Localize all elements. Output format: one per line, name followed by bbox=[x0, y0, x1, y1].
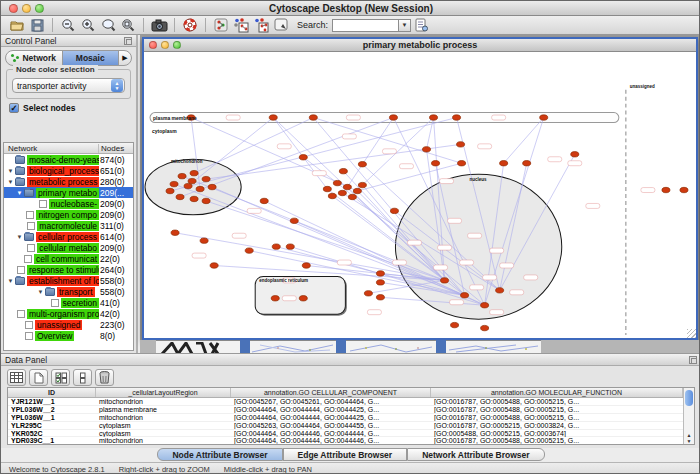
graph-node[interactable] bbox=[457, 142, 465, 147]
tree-row[interactable]: response to stimulu264(0) bbox=[4, 264, 133, 275]
tree-row[interactable]: nucleobase-209(0) bbox=[4, 198, 133, 209]
background-window-edge[interactable] bbox=[436, 340, 446, 353]
window-resize-grip[interactable] bbox=[687, 329, 696, 338]
graph-node[interactable] bbox=[423, 147, 431, 152]
graph-node[interactable] bbox=[348, 194, 356, 199]
graph-node[interactable] bbox=[269, 115, 277, 120]
graph-node[interactable] bbox=[290, 218, 298, 223]
table-row[interactable]: YPL036W__1mitochondrion[GO:0044464, GO:0… bbox=[8, 414, 683, 422]
graph-node[interactable] bbox=[190, 170, 198, 175]
graph-node[interactable] bbox=[171, 230, 179, 235]
graph-node[interactable] bbox=[299, 155, 307, 160]
search-input[interactable] bbox=[332, 19, 398, 32]
search-combobox[interactable]: ▼ bbox=[332, 19, 411, 32]
attribute-table-header[interactable]: ID _cellularLayoutRegion annotation.GO C… bbox=[8, 388, 683, 398]
table-row[interactable]: YDR039C__1mitochondrion[GO:0044464, GO:0… bbox=[8, 437, 683, 444]
node-color-dropdown[interactable]: transporter activity ▲▼ bbox=[12, 78, 125, 93]
select-attributes-icon[interactable] bbox=[51, 369, 70, 386]
graph-node[interactable] bbox=[662, 187, 670, 192]
network-canvas[interactable]: plasma membranecytoplasmmitochondrionnuc… bbox=[144, 52, 696, 338]
background-network-thumbnail[interactable] bbox=[346, 340, 436, 353]
delete-attribute-icon[interactable] bbox=[95, 369, 114, 386]
graph-node[interactable] bbox=[358, 182, 366, 187]
open-file-icon[interactable] bbox=[8, 17, 26, 33]
graph-node[interactable] bbox=[461, 293, 469, 298]
unselect-attributes-icon[interactable] bbox=[73, 369, 92, 386]
edge[interactable] bbox=[313, 118, 461, 164]
attribute-table-icon[interactable] bbox=[7, 369, 26, 386]
column-cellular-component[interactable]: annotation.GO CELLULAR_COMPONENT bbox=[231, 388, 431, 397]
graph-node[interactable] bbox=[453, 115, 461, 120]
search-settings-icon[interactable] bbox=[412, 17, 430, 33]
tree-row[interactable]: cellular metabo209(0) bbox=[4, 242, 133, 253]
layout-icon[interactable] bbox=[232, 17, 250, 33]
graph-node[interactable] bbox=[481, 325, 489, 330]
tab-scroll-right-icon[interactable]: ▶ bbox=[118, 51, 131, 65]
graph-node[interactable] bbox=[184, 183, 192, 188]
tree-row[interactable]: ▼cellular process614(0) bbox=[4, 231, 133, 242]
graph-node[interactable] bbox=[389, 115, 397, 120]
tab-mosaic[interactable]: Mosaic bbox=[62, 51, 119, 65]
expand-arrow-icon[interactable]: ▼ bbox=[15, 234, 24, 240]
expand-arrow-icon[interactable]: ▼ bbox=[6, 278, 15, 284]
tree-row[interactable]: ▼establishment of lo558(0) bbox=[4, 275, 133, 286]
vizmapper-icon[interactable] bbox=[252, 17, 270, 33]
tree-row[interactable]: ▼transport558(0) bbox=[4, 286, 133, 297]
edge[interactable] bbox=[273, 118, 327, 190]
column-id[interactable]: ID bbox=[8, 388, 96, 397]
zoom-selected-icon[interactable] bbox=[99, 17, 117, 33]
tree-row[interactable]: mosaic-demo-yeast874(0) bbox=[4, 154, 133, 165]
graph-node[interactable] bbox=[481, 303, 489, 308]
graph-node[interactable] bbox=[210, 263, 218, 268]
zoom-out-icon[interactable] bbox=[59, 17, 77, 33]
tab-node-attribute-browser[interactable]: Node Attribute Browser bbox=[157, 448, 282, 461]
graph-node[interactable] bbox=[170, 181, 178, 186]
snapshot-camera-icon[interactable] bbox=[150, 17, 168, 33]
graph-node[interactable] bbox=[376, 271, 384, 276]
network-tree-header[interactable]: Network Nodes bbox=[4, 143, 133, 154]
expand-arrow-icon[interactable]: ▼ bbox=[36, 289, 45, 295]
column-molecular-function[interactable]: annotation.GO MOLECULAR_FUNCTION bbox=[431, 388, 683, 397]
graph-node[interactable] bbox=[196, 186, 204, 191]
tree-row[interactable]: ▼metabolic process280(0) bbox=[4, 176, 133, 187]
expand-arrow-icon[interactable]: ▼ bbox=[6, 168, 15, 174]
table-scrollbar[interactable]: ▲▼ bbox=[683, 388, 694, 444]
new-attribute-icon[interactable] bbox=[29, 369, 48, 386]
graph-node[interactable] bbox=[188, 178, 196, 183]
edge[interactable] bbox=[504, 118, 544, 164]
table-row[interactable]: YLR295Ccytoplasm[GO:0045263, GO:0044464,… bbox=[8, 422, 683, 430]
graph-node[interactable] bbox=[328, 193, 336, 198]
mitochondrion-region[interactable] bbox=[145, 159, 241, 215]
graph-node[interactable] bbox=[333, 180, 341, 185]
graph-node[interactable] bbox=[272, 244, 280, 249]
graph-node[interactable] bbox=[302, 263, 310, 268]
graph-node[interactable] bbox=[376, 295, 384, 300]
graph-node[interactable] bbox=[202, 176, 210, 181]
graph-node[interactable] bbox=[245, 248, 253, 253]
tab-network[interactable]: Network bbox=[6, 51, 62, 65]
scrollbar-thumb[interactable] bbox=[685, 390, 693, 406]
graph-node[interactable] bbox=[430, 115, 438, 120]
tree-row[interactable]: unassigned223(0) bbox=[4, 319, 133, 330]
graph-node[interactable] bbox=[178, 173, 186, 178]
graph-node[interactable] bbox=[441, 278, 449, 283]
graph-node[interactable] bbox=[208, 184, 216, 189]
float-panel-icon[interactable] bbox=[124, 37, 132, 45]
tree-column-nodes[interactable]: Nodes bbox=[99, 144, 133, 153]
tree-row[interactable]: ▼biological_process651(0) bbox=[4, 165, 133, 176]
graph-node[interactable] bbox=[260, 198, 268, 203]
float-panel-icon[interactable] bbox=[689, 356, 697, 364]
graph-node[interactable] bbox=[353, 188, 361, 193]
tree-row[interactable]: cell communicat22(0) bbox=[4, 253, 133, 264]
graph-node[interactable] bbox=[451, 322, 459, 327]
graph-node[interactable] bbox=[523, 161, 531, 166]
graph-node[interactable] bbox=[299, 296, 307, 301]
graph-node[interactable] bbox=[432, 161, 440, 166]
nucleus-region[interactable] bbox=[395, 174, 561, 319]
app-titlebar[interactable]: Cytoscape Desktop (New Session) bbox=[1, 1, 700, 16]
background-network-thumbnail[interactable] bbox=[446, 340, 541, 353]
search-dropdown-arrow-icon[interactable]: ▼ bbox=[398, 19, 411, 32]
graph-node[interactable] bbox=[190, 196, 198, 201]
graph-node[interactable] bbox=[364, 291, 372, 296]
graph-node[interactable] bbox=[358, 162, 366, 167]
